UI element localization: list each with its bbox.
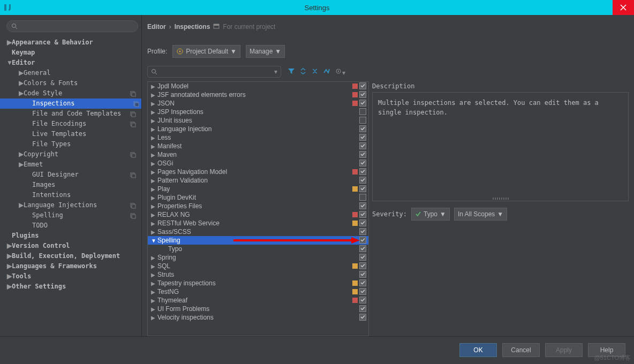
sidebar-item[interactable]: Plugins [6,231,138,241]
svg-point-22 [179,51,181,52]
checkbox[interactable] [359,168,366,175]
sidebar-item[interactable]: Keymap [6,48,138,58]
inspection-row[interactable]: ▶Pages Navigation Model [148,168,368,176]
inspection-row[interactable]: ▶UI Form Problems [148,305,368,313]
inspection-row[interactable]: ▶SQL [148,262,368,270]
checkbox[interactable] [359,288,366,295]
inspection-tree[interactable]: ▶Jpdl Model▶JSF annotated elements error… [147,81,369,336]
sidebar-item[interactable]: ▶Copyright [6,149,138,160]
sidebar-item[interactable]: ▶Languages & Frameworks [6,261,138,271]
checkbox[interactable] [359,228,366,235]
checkbox[interactable] [359,194,366,201]
sidebar-item[interactable]: ▶Other Settings [6,282,138,292]
sidebar-item[interactable]: ▶Colors & Fonts [6,78,138,88]
ok-button[interactable]: OK [459,343,497,357]
breadcrumb-inspections: Inspections [175,23,210,31]
inspection-row[interactable]: ▶JSF annotated elements errors [148,90,368,99]
sidebar-item[interactable]: Live Templates [6,129,138,139]
checkbox[interactable] [359,177,366,184]
inspection-row[interactable]: ▶Plugin DevKit [148,193,368,202]
sidebar-item[interactable]: ▼Editor [6,58,138,68]
sidebar-item[interactable]: ▶Code Style [6,88,138,98]
checkbox[interactable] [359,305,366,312]
inspection-row[interactable]: ▶RESTful Web Service [148,219,368,228]
checkbox[interactable] [359,108,366,115]
inspection-row[interactable]: ▶Spring [148,253,368,262]
checkbox[interactable] [359,279,366,286]
checkbox[interactable] [359,245,366,252]
sidebar-item[interactable]: File Encodings [6,119,138,129]
checkbox[interactable] [359,202,366,209]
sidebar-item[interactable]: Spelling [6,210,138,221]
inspection-row[interactable]: ▶Sass/SCSS [148,228,368,236]
sidebar-item[interactable]: TODO [6,221,138,231]
inspection-row[interactable]: ▶TestNG [148,287,368,296]
checkbox[interactable] [359,271,366,278]
sidebar-item[interactable]: File and Code Templates [6,109,138,119]
inspection-row[interactable]: ▶JSON [148,99,368,108]
inspection-row[interactable]: ▶JUnit issues [148,116,368,125]
breadcrumb-editor[interactable]: Editor [147,23,166,31]
close-button[interactable] [613,0,634,15]
inspection-row[interactable]: ▶Struts [148,270,368,279]
settings-gear-icon[interactable]: ▾ [335,67,345,77]
inspection-row[interactable]: ▶JSP Inspections [148,108,368,116]
checkbox[interactable] [359,185,366,192]
sidebar-item[interactable]: ▶Version Control [6,241,138,251]
checkbox[interactable] [359,91,366,98]
checkbox[interactable] [359,211,366,218]
checkbox[interactable] [359,314,366,321]
scope-combo[interactable]: In All Scopes ▼ [454,208,507,221]
inspection-row[interactable]: Typo [148,245,368,253]
inspection-row[interactable]: ▶Language Injection [148,125,368,133]
checkbox[interactable] [359,125,366,132]
collapse-all-icon[interactable] [311,67,319,77]
checkbox[interactable] [359,160,366,166]
apply-button[interactable]: Apply [545,343,583,357]
inspection-row[interactable]: ▶RELAX NG [148,210,368,219]
sidebar-item[interactable]: Intentions [6,190,138,200]
inspection-row[interactable]: ▶Play [148,185,368,193]
sidebar-item[interactable]: File Types [6,139,138,149]
severity-combo[interactable]: Typo ▼ [411,208,450,221]
checkbox[interactable] [359,100,366,107]
inspection-row[interactable]: ▶Velocity inspections [148,313,368,322]
sidebar-item[interactable]: GUI Designer [6,170,138,180]
sidebar-search[interactable] [6,20,138,32]
expand-all-icon[interactable] [299,67,307,77]
inspection-row[interactable]: ▶Manifest [148,142,368,150]
inspection-row[interactable]: ▶Pattern Validation [148,176,368,185]
inspection-row[interactable]: ▶Less [148,133,368,142]
checkbox[interactable] [359,262,366,269]
sidebar-item[interactable]: ▶Language Injections [6,200,138,210]
sidebar-item[interactable]: ▶Emmet [6,160,138,170]
sidebar-item[interactable]: ▶General [6,68,138,78]
reset-icon[interactable] [323,67,330,77]
inspection-row[interactable]: ▶Thymeleaf [148,296,368,305]
checkbox[interactable] [359,117,366,124]
checkbox[interactable] [359,219,366,226]
checkbox[interactable] [359,82,366,89]
checkbox[interactable] [359,254,366,261]
profile-combo[interactable]: Project Default ▼ [172,45,240,58]
sidebar-item[interactable]: Images [6,180,138,190]
inspection-search[interactable]: ▾ [147,66,281,78]
checkbox[interactable] [359,142,366,149]
checkbox[interactable] [359,151,366,158]
sidebar-item[interactable]: ▶Build, Execution, Deployment [6,251,138,261]
inspection-row[interactable]: ▶Maven [148,150,368,159]
inspection-row[interactable]: ▶Jpdl Model [148,82,368,90]
sidebar-tree[interactable]: ▶Appearance & Behavior Keymap▼Editor▶Gen… [6,37,138,292]
sidebar-item[interactable]: ▶Appearance & Behavior [6,37,138,48]
sidebar-item[interactable]: Inspections [0,98,141,109]
sidebar-item[interactable]: ▶Tools [6,271,138,282]
inspection-row[interactable]: ▶OSGi [148,159,368,168]
checkbox[interactable] [359,134,366,141]
checkbox[interactable] [359,297,366,304]
svg-rect-12 [132,154,135,157]
filter-icon[interactable] [288,67,295,77]
inspection-row[interactable]: ▶Properties Files [148,202,368,210]
inspection-row[interactable]: ▶Tapestry inspections [148,279,368,287]
cancel-button[interactable]: Cancel [502,343,540,357]
manage-button[interactable]: Manage ▼ [246,45,285,58]
